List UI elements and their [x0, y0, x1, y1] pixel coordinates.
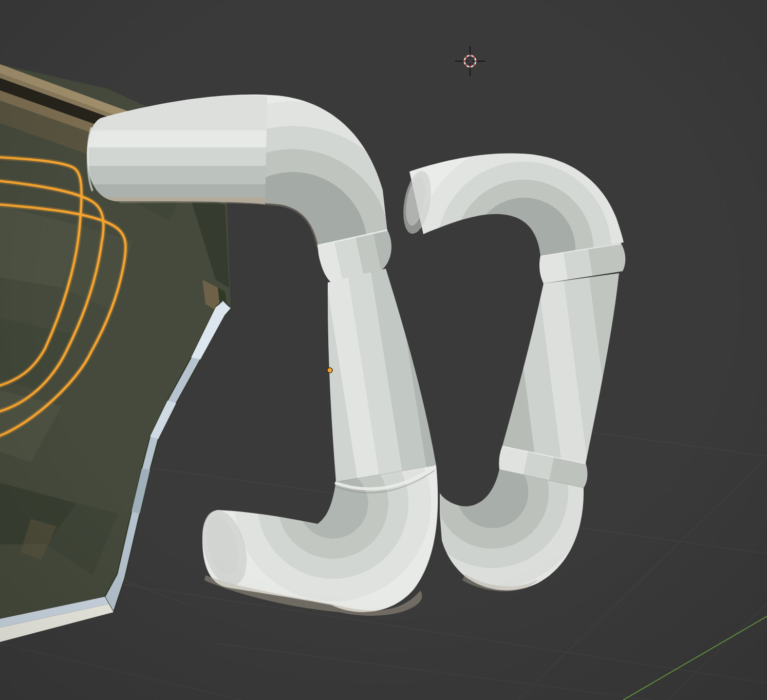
origin-dot-icon [327, 368, 332, 373]
vignette-overlay [0, 0, 767, 700]
blender-3d-viewport[interactable] [0, 0, 767, 700]
viewport-canvas[interactable] [0, 0, 767, 700]
